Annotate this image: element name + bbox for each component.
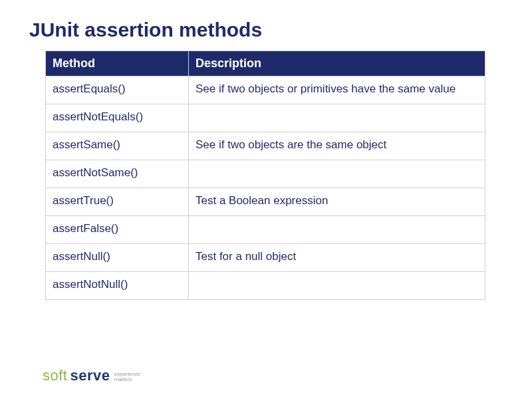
cell-method: assertEquals() [46,76,189,104]
table-row: assertFalse() [46,215,485,243]
methods-table-container: Method Description assertEquals() See if… [45,51,485,300]
cell-method: assertNotNull() [46,271,189,299]
slide-title: JUnit assertion methods [0,0,532,51]
methods-table: Method Description assertEquals() See if… [45,51,485,300]
table-row: assertSame() See if two objects are the … [46,132,485,160]
table-row: assertNotSame() [46,160,485,188]
cell-method: assertNotEquals() [46,104,189,132]
cell-description: See if two objects are the same object [189,132,485,160]
logo-part-soft: soft [43,367,67,384]
cell-description: See if two objects or primitives have th… [189,76,485,104]
cell-method: assertNotSame() [46,160,189,188]
table-row: assertEquals() See if two objects or pri… [46,76,485,104]
header-method: Method [46,51,189,76]
table-row: assertNull() Test for a null object [46,243,485,271]
cell-description: Test for a null object [189,243,485,271]
cell-description [189,271,485,299]
cell-description: Test a Boolean expression [189,188,485,215]
cell-method: assertFalse() [46,215,189,243]
table-row: assertNotEquals() [46,104,485,132]
header-description: Description [189,51,485,76]
table-row: assertTrue() Test a Boolean expression [46,188,485,215]
logo-tagline: experience matters [114,372,140,383]
cell-method: assertSame() [46,132,189,160]
cell-description [189,160,485,188]
cell-description [189,215,485,243]
logo-tagline-2: matters [114,377,140,382]
logo-part-serve: serve [70,367,110,384]
cell-method: assertTrue() [46,188,189,215]
footer-logo: softserve experience matters [43,367,140,384]
table-header-row: Method Description [46,51,485,76]
cell-method: assertNull() [46,243,189,271]
table-row: assertNotNull() [46,271,485,299]
cell-description [189,104,485,132]
